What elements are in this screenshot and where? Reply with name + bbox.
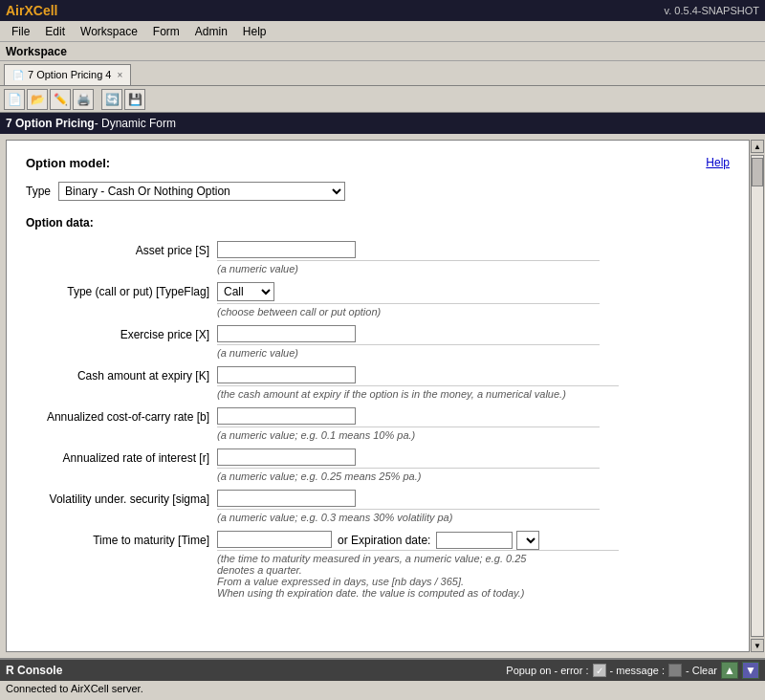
logo-x: X (24, 3, 33, 18)
toolbar: 📄 📂 ✏️ 🖨️ 🔄 💾 (0, 86, 765, 113)
logo-air: Air (6, 3, 24, 18)
field-row-interest-rate: Annualized rate of interest [r] (a numer… (26, 448, 730, 482)
interest-rate-group: (a numeric value; e.g. 0.25 means 25% pa… (217, 448, 730, 482)
r-console-label: R Console (6, 664, 62, 677)
carry-rate-input[interactable] (217, 407, 356, 425)
call-put-container: Call Put (217, 282, 730, 301)
carry-rate-hint: (a numeric value; e.g. 0.1 means 10% pa.… (217, 427, 600, 441)
volatility-input[interactable] (217, 490, 356, 507)
option-model-section: Option model: Help (26, 156, 730, 170)
cash-amount-label: Cash amount at expiry [K] (26, 366, 217, 383)
menu-edit[interactable]: Edit (37, 23, 73, 40)
expiration-date-container (436, 531, 539, 550)
form-title-bar: 7 Option Pricing - Dynamic Form (0, 113, 765, 134)
status-bottom: Connected to AirXCell server. (0, 681, 765, 696)
main-area: Option model: Help Type Binary - Cash Or… (0, 134, 765, 658)
status-top: R Console Popup on - error : ✓ - message… (0, 660, 765, 681)
scroll-up-button[interactable]: ▲ (751, 140, 764, 153)
type-flag-label: Type (call or put) [TypeFlag] (26, 282, 217, 298)
popup-label: Popup on - error : (506, 665, 588, 676)
asset-price-label: Asset price [S] (26, 241, 217, 257)
form-title-suffix: - Dynamic Form (95, 117, 176, 130)
menu-workspace[interactable]: Workspace (73, 23, 145, 40)
volatility-group: (a numeric value; e.g. 0.3 means 30% vol… (217, 490, 730, 523)
connected-label: Connected to AirXCell server. (6, 683, 143, 694)
workspace-label: Workspace (6, 45, 67, 58)
tab-icon: 📄 (12, 70, 24, 80)
cash-amount-hint: (the cash amount at expiry if the option… (217, 385, 619, 400)
tab-bar: 📄 7 Option Pricing 4 × (0, 61, 765, 86)
type-select[interactable]: Binary - Cash Or Nothing Option European… (58, 182, 345, 201)
menu-admin[interactable]: Admin (187, 23, 235, 40)
field-row-cash-amount: Cash amount at expiry [K] (the cash amou… (26, 366, 730, 400)
exercise-price-group: (a numeric value) (217, 325, 730, 359)
exercise-price-input[interactable] (217, 325, 356, 342)
field-row-carry-rate: Annualized cost-of-carry rate [b] (a num… (26, 407, 730, 441)
asset-price-input[interactable] (217, 241, 356, 258)
toolbar-save-button[interactable]: 💾 (124, 89, 145, 110)
expiration-date-input[interactable] (436, 532, 513, 549)
tab-option-pricing[interactable]: 📄 7 Option Pricing 4 × (4, 64, 131, 85)
type-select-container: Binary - Cash Or Nothing Option European… (58, 182, 345, 201)
toolbar-new-button[interactable]: 📄 (4, 89, 25, 110)
option-model-title: Option model: (26, 156, 110, 170)
cash-amount-group: (the cash amount at expiry if the option… (217, 366, 730, 400)
expiration-label: or Expiration date: (338, 534, 430, 547)
interest-rate-label: Annualized rate of interest [r] (26, 448, 217, 465)
field-row-type-flag: Type (call or put) [TypeFlag] Call Put (… (26, 282, 730, 317)
cash-amount-input[interactable] (217, 366, 356, 383)
title-bar: AirXCell v. 0.5.4-SNAPSHOT (0, 0, 765, 21)
scroll-track[interactable] (751, 155, 764, 637)
menu-file[interactable]: File (4, 23, 37, 40)
field-row-time-maturity: Time to maturity [Time] or Expiration da… (26, 531, 730, 599)
scroll-down-button[interactable]: ▼ (751, 639, 764, 652)
field-row-volatility: Volatility under. security [sigma] (a nu… (26, 490, 730, 523)
toolbar-edit-button[interactable]: ✏️ (50, 89, 71, 110)
time-maturity-hint: (the time to maturity measured in years,… (217, 550, 619, 599)
message-label: - message : (610, 665, 665, 676)
exercise-price-hint: (a numeric value) (217, 344, 600, 359)
app-logo: AirXCell (6, 3, 57, 18)
carry-rate-label: Annualized cost-of-carry rate [b] (26, 407, 217, 424)
field-row-asset-price: Asset price [S] (a numeric value) (26, 241, 730, 274)
popup-indicator: Popup on - error : ✓ - message : - Clear… (506, 662, 759, 679)
menu-help[interactable]: Help (235, 23, 274, 40)
asset-price-hint: (a numeric value) (217, 260, 600, 274)
toolbar-print-button[interactable]: 🖨️ (73, 89, 94, 110)
type-flag-group: Call Put (choose between call or put opt… (217, 282, 730, 317)
help-link[interactable]: Help (706, 156, 730, 169)
option-data-title: Option data: (26, 216, 730, 230)
scroll-thumb (752, 158, 763, 186)
time-maturity-group: or Expiration date: (the time to maturit… (217, 531, 730, 599)
exercise-price-label: Exercise price [X] (26, 325, 217, 341)
version-label: v. 0.5.4-SNAPSHOT (665, 5, 759, 16)
interest-rate-hint: (a numeric value; e.g. 0.25 means 25% pa… (217, 468, 600, 482)
message-indicator (668, 664, 682, 677)
tab-close-button[interactable]: × (117, 70, 122, 80)
carry-rate-group: (a numeric value; e.g. 0.1 means 10% pa.… (217, 407, 730, 441)
status-right: Popup on - error : ✓ - message : - Clear… (506, 662, 759, 679)
popup-checkbox[interactable]: ✓ (593, 664, 606, 677)
form-title-bold: 7 Option Pricing (6, 117, 95, 130)
type-label: Type (26, 185, 51, 198)
clear-dash-label: - Clear (686, 665, 717, 676)
interest-rate-input[interactable] (217, 448, 356, 466)
volatility-label: Volatility under. security [sigma] (26, 490, 217, 506)
workspace-bar: Workspace (0, 42, 765, 61)
expiration-date-select[interactable] (516, 531, 539, 550)
time-maturity-label: Time to maturity [Time] (26, 531, 217, 547)
form-panel: Option model: Help Type Binary - Cash Or… (6, 140, 750, 652)
menu-bar: File Edit Workspace Form Admin Help (0, 21, 765, 42)
time-maturity-input[interactable] (217, 531, 332, 548)
toolbar-open-button[interactable]: 📂 (27, 89, 48, 110)
scrollbar: ▲ ▼ (750, 134, 765, 658)
status-bar: R Console Popup on - error : ✓ - message… (0, 658, 765, 700)
scroll-up-arrow[interactable]: ▲ (721, 662, 738, 679)
toolbar-refresh-button[interactable]: 🔄 (101, 89, 122, 110)
type-flag-hint: (choose between call or put option) (217, 303, 600, 317)
menu-form[interactable]: Form (145, 23, 187, 40)
logo-cell: Cell (33, 3, 58, 18)
scroll-down-arrow[interactable]: ▼ (742, 662, 759, 679)
call-put-select[interactable]: Call Put (217, 282, 274, 301)
field-row-exercise-price: Exercise price [X] (a numeric value) (26, 325, 730, 359)
